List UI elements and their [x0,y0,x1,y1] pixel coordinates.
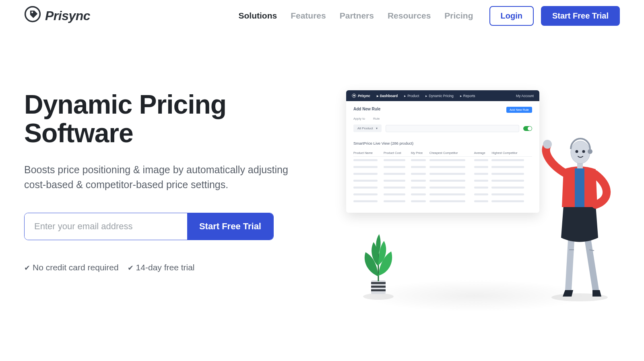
table-row [353,191,532,198]
dashboard-nav: Prisync ▸ Dashboard ▸ Product ▸ Dynamic … [346,90,539,101]
nav-resources[interactable]: Resources [388,11,431,21]
table-row [353,184,532,191]
col-average: Average [474,149,492,157]
svg-point-3 [363,293,394,300]
nav-features[interactable]: Features [291,11,326,21]
signup-submit-button[interactable]: Start Free Trial [187,213,273,240]
start-trial-button[interactable]: Start Free Trial [541,6,620,26]
col-cost: Product Cost [384,149,411,157]
robot-illustration [535,129,616,304]
dash-chip-all: All Product▾ [353,124,382,132]
col-myprice: My Price [411,149,429,157]
col-highest: Highest Competitor [491,149,532,157]
hero-perks: No credit card required 14-day free tria… [24,263,314,272]
svg-point-14 [582,150,585,153]
tag-icon [24,6,41,26]
dash-section-title: Add New Rule [353,107,532,111]
dash-applyto-label: Apply to [353,117,365,120]
login-button[interactable]: Login [489,6,534,26]
svg-point-9 [543,140,552,149]
hero-title-line1: Dynamic Pricing [24,89,226,119]
dash-tab-dashboard: ▸ Dashboard [377,94,398,98]
email-input[interactable] [25,213,187,240]
col-name: Product Name [353,149,384,157]
brand-logo[interactable]: Prisync [24,6,90,26]
signup-form: Start Free Trial [24,213,274,240]
table-row [353,157,532,164]
table-row [353,170,532,177]
dash-account: My Account [516,94,534,98]
hero-title: Dynamic Pricing Software [24,90,314,148]
svg-rect-6 [371,286,386,288]
brand-name: Prisync [45,8,90,23]
dashboard-brand: Prisync [352,93,370,98]
dash-live-table: Product Name Product Cost My Price Cheap… [353,149,532,205]
table-row [353,198,532,205]
perk-no-card: No credit card required [24,263,119,272]
dash-rule-input [386,125,519,132]
dash-tab-dynamic: ▸ Dynamic Pricing [425,94,453,98]
svg-point-1 [31,12,33,13]
hero-subtitle: Boosts price positioning & image by auto… [24,162,298,193]
svg-rect-5 [371,282,386,284]
nav-solutions[interactable]: Solutions [238,11,277,21]
svg-rect-7 [371,289,386,291]
col-cheapest: Cheapest Competitor [429,149,474,157]
dash-rule-toggle [523,126,532,131]
nav-partners[interactable]: Partners [340,11,374,21]
dash-tab-product: ▸ Product [404,94,419,98]
dash-tab-reports: ▸ Reports [460,94,475,98]
table-row [353,177,532,184]
main-nav: Solutions Features Partners Resources Pr… [238,11,473,21]
dash-rule-label: Rule [373,117,380,120]
table-row [353,164,532,170]
nav-pricing[interactable]: Pricing [444,11,473,21]
dashboard-preview: Prisync ▸ Dashboard ▸ Product ▸ Dynamic … [346,90,539,213]
hero-illustration: Prisync ▸ Dashboard ▸ Product ▸ Dynamic … [330,90,620,300]
svg-point-13 [576,150,578,153]
dash-add-rule-button: Add New Rule [506,107,532,113]
plant-illustration [354,228,402,302]
svg-point-15 [588,149,592,154]
perk-free-trial: 14-day free trial [128,263,195,272]
dash-live-title: SmartPrice Live View (286 product) [353,141,532,145]
hero-title-line2: Software [24,118,133,148]
